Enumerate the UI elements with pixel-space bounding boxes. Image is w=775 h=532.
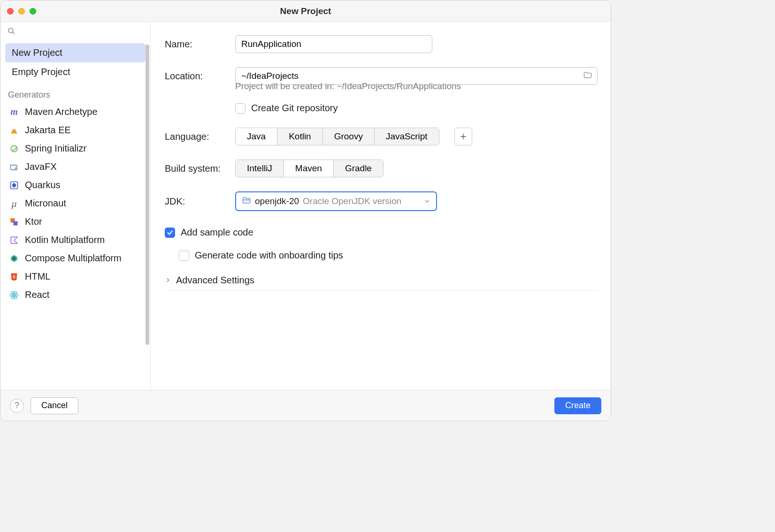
onboarding-row: Generate code with onboarding tips: [179, 250, 598, 261]
generator-label: Jakarta EE: [25, 125, 71, 136]
generator-react[interactable]: React: [4, 286, 146, 304]
jdk-select[interactable]: openjdk-20 Oracle OpenJDK version: [235, 191, 437, 211]
generator-javafx[interactable]: JavaFX: [4, 158, 146, 176]
generator-label: Spring Initializr: [25, 143, 86, 154]
svg-text:5: 5: [13, 274, 15, 279]
generator-jakarta-ee[interactable]: Jakarta EE: [4, 121, 146, 139]
quarkus-icon: [9, 180, 19, 190]
advanced-settings-label: Advanced Settings: [176, 275, 254, 286]
javafx-icon: [9, 162, 19, 172]
build-option-gradle[interactable]: Gradle: [333, 160, 383, 177]
react-icon: [9, 290, 19, 300]
sidebar-item-empty-project[interactable]: Empty Project: [5, 62, 146, 82]
kotlin-icon: [9, 235, 19, 245]
chevron-right-icon: [165, 275, 171, 286]
language-option-javascript[interactable]: JavaScript: [374, 128, 439, 145]
zoom-window-button[interactable]: [30, 8, 36, 15]
location-label: Location:: [165, 71, 226, 82]
generator-label: JavaFX: [25, 161, 57, 172]
html-icon: 5: [9, 272, 19, 282]
svg-point-11: [13, 294, 15, 296]
ktor-icon: [9, 217, 19, 227]
onboarding-checkbox[interactable]: [179, 251, 189, 261]
spring-icon: [9, 144, 19, 154]
language-segmented: Java Kotlin Groovy JavaScript: [235, 128, 439, 145]
name-row: Name:: [165, 35, 598, 53]
onboarding-label: Generate code with onboarding tips: [195, 250, 343, 261]
new-project-dialog: New Project New Project Empty Project Ge…: [0, 0, 611, 421]
language-option-groovy[interactable]: Groovy: [322, 128, 374, 145]
svg-line-1: [12, 32, 14, 34]
dialog-footer: ? Cancel Create: [0, 390, 611, 421]
generator-label: HTML: [25, 271, 50, 282]
git-repo-label: Create Git repository: [251, 103, 338, 114]
generator-label: Micronaut: [25, 198, 66, 209]
search-input[interactable]: [19, 27, 145, 37]
build-system-segmented: IntelliJ Maven Gradle: [235, 160, 384, 177]
language-row: Language: Java Kotlin Groovy JavaScript: [165, 128, 598, 145]
build-system-row: Build system: IntelliJ Maven Gradle: [165, 160, 598, 177]
generator-label: Kotlin Multiplatform: [25, 235, 105, 245]
build-system-label: Build system:: [165, 163, 226, 174]
generator-quarkus[interactable]: Quarkus: [4, 176, 146, 194]
window-controls: [7, 8, 36, 15]
generator-compose-multiplatform[interactable]: Compose Multiplatform: [4, 249, 146, 267]
close-window-button[interactable]: [7, 8, 14, 15]
sample-code-label: Add sample code: [181, 227, 253, 238]
name-label: Name:: [165, 39, 226, 50]
cancel-button[interactable]: Cancel: [31, 397, 78, 414]
maven-icon: m: [9, 107, 19, 117]
jdk-folder-icon: [242, 196, 251, 207]
browse-folder-icon[interactable]: [583, 70, 592, 82]
sidebar: New Project Empty Project Generators m M…: [0, 22, 151, 390]
jdk-selected-detail: Oracle OpenJDK version: [303, 196, 401, 206]
generator-spring-initializr[interactable]: Spring Initializr: [4, 139, 146, 158]
language-option-java[interactable]: Java: [236, 128, 277, 145]
location-input[interactable]: [241, 71, 583, 81]
name-input[interactable]: [235, 35, 432, 53]
jdk-selected-name: openjdk-20: [255, 196, 299, 206]
compose-icon: [9, 253, 19, 264]
titlebar: New Project: [0, 0, 611, 22]
generators-section-label: Generators: [0, 82, 150, 103]
generators-list: m Maven Archetype Jakarta EE Spring Init…: [0, 103, 150, 304]
micronaut-icon: μ: [9, 198, 19, 209]
search-row: [0, 22, 150, 40]
generator-maven-archetype[interactable]: m Maven Archetype: [4, 103, 146, 121]
create-button[interactable]: Create: [554, 397, 601, 414]
sample-code-row: Add sample code: [165, 227, 598, 238]
advanced-settings-toggle[interactable]: Advanced Settings: [165, 275, 598, 291]
chevron-down-icon: [424, 196, 430, 207]
build-option-intellij[interactable]: IntelliJ: [236, 160, 284, 177]
generator-kotlin-multiplatform[interactable]: Kotlin Multiplatform: [4, 231, 146, 249]
git-repo-row: Create Git repository: [235, 103, 598, 114]
minimize-window-button[interactable]: [18, 8, 25, 15]
generator-label: Compose Multiplatform: [25, 253, 122, 264]
dialog-content: New Project Empty Project Generators m M…: [0, 22, 611, 390]
generator-label: React: [25, 289, 49, 300]
jakarta-icon: [9, 125, 19, 136]
build-option-maven[interactable]: Maven: [284, 160, 333, 177]
sidebar-item-label: New Project: [12, 47, 62, 58]
jdk-label: JDK:: [165, 196, 226, 207]
generator-label: Ktor: [25, 216, 42, 227]
git-repo-checkbox[interactable]: [235, 103, 246, 114]
sidebar-item-new-project[interactable]: New Project: [5, 43, 146, 62]
add-language-button[interactable]: [454, 128, 472, 145]
language-label: Language:: [165, 131, 226, 142]
project-type-list: New Project Empty Project: [0, 40, 150, 82]
generator-ktor[interactable]: Ktor: [4, 213, 146, 231]
generator-label: Quarkus: [25, 180, 61, 190]
help-button[interactable]: ?: [10, 399, 24, 413]
jdk-row: JDK: openjdk-20 Oracle OpenJDK version: [165, 191, 598, 211]
svg-point-3: [15, 167, 17, 169]
generator-micronaut[interactable]: μ Micronaut: [4, 194, 146, 213]
main-form: Name: Location: Project will be created …: [151, 22, 611, 390]
generator-html[interactable]: 5 HTML: [4, 267, 146, 286]
sample-code-checkbox[interactable]: [165, 228, 175, 238]
language-option-kotlin[interactable]: Kotlin: [277, 128, 322, 145]
sidebar-scrollbar[interactable]: [146, 45, 149, 345]
svg-marker-5: [13, 183, 16, 187]
svg-rect-7: [14, 221, 18, 225]
generator-label: Maven Archetype: [25, 106, 98, 117]
